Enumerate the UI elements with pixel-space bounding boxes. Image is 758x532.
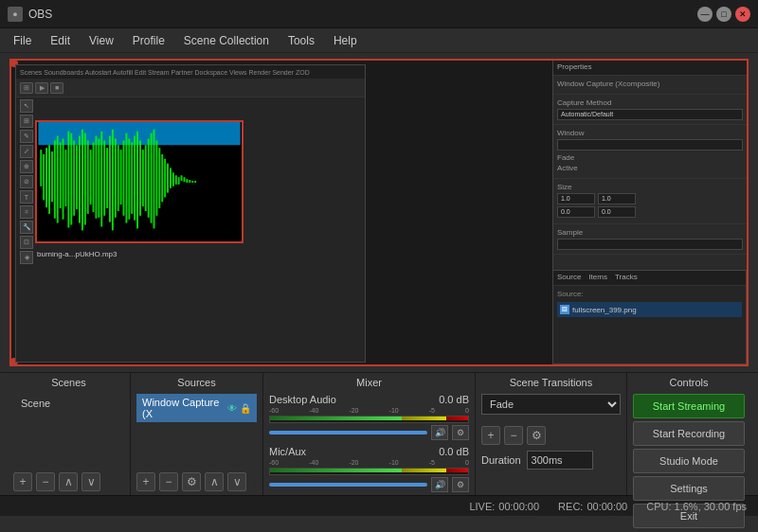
svg-rect-16: [81, 130, 83, 231]
source-down-button[interactable]: ∨: [227, 472, 246, 491]
desktop-audio-label: Desktop Audio: [269, 394, 336, 405]
preview-canvas: Scenes Soundboards Autostart Autofill Ed…: [9, 59, 749, 366]
controls-panel: Controls Start Streaming Start Recording…: [627, 373, 750, 495]
mixer-panel: Mixer Desktop Audio 0.0 dB -60-40 -20-10…: [263, 373, 476, 495]
studio-mode-button[interactable]: Studio Mode: [633, 449, 745, 473]
scene-item[interactable]: Scene: [13, 394, 124, 413]
source-add-button[interactable]: +: [136, 472, 155, 491]
svg-rect-6: [54, 140, 56, 218]
svg-rect-41: [151, 133, 153, 223]
svg-rect-35: [134, 136, 135, 221]
desktop-settings-button[interactable]: ⚙: [452, 425, 469, 440]
svg-rect-22: [98, 138, 99, 217]
source-item[interactable]: Window Capture (X 👁 🔒: [136, 394, 257, 422]
micaux-meter-scale: [270, 469, 468, 472]
svg-rect-36: [136, 132, 138, 229]
svg-rect-38: [142, 150, 144, 206]
settings-button[interactable]: Settings: [633, 476, 745, 501]
svg-rect-49: [172, 172, 174, 186]
svg-rect-17: [84, 133, 86, 225]
transition-type-select[interactable]: Fade Cut: [481, 394, 621, 415]
transition-remove-button[interactable]: −: [504, 426, 523, 445]
meter-yellow: [402, 417, 445, 420]
st2: ⊞: [20, 115, 33, 128]
source-settings-button[interactable]: ⚙: [182, 472, 201, 491]
rec-time: 00:00:00: [587, 501, 627, 512]
svg-rect-57: [194, 181, 196, 183]
svg-rect-14: [76, 145, 78, 209]
svg-rect-32: [125, 133, 127, 223]
minimize-button[interactable]: —: [697, 7, 713, 22]
micaux-settings-button[interactable]: ⚙: [452, 477, 469, 492]
close-button[interactable]: ✕: [735, 7, 750, 22]
sources-title: Sources: [136, 377, 257, 388]
micaux-label: Mic/Aux: [269, 446, 306, 457]
micaux-volume-slider[interactable]: [269, 483, 427, 487]
menu-edit[interactable]: Edit: [41, 30, 80, 51]
st7: T: [20, 190, 33, 204]
menu-file[interactable]: File: [4, 30, 41, 51]
source-up-button[interactable]: ∧: [205, 472, 224, 491]
eye-icon[interactable]: 👁: [227, 403, 237, 414]
svg-rect-31: [123, 140, 125, 215]
svg-rect-54: [186, 179, 188, 183]
menu-profile[interactable]: Profile: [123, 30, 174, 51]
desktop-volume-slider[interactable]: [269, 431, 427, 434]
transition-add-button[interactable]: +: [481, 426, 500, 445]
svg-rect-29: [117, 145, 119, 211]
desktop-mute-button[interactable]: 🔊: [431, 425, 448, 440]
duration-label: Duration: [481, 454, 521, 466]
scenes-panel: Scenes Scene + − ∧ ∨: [8, 373, 131, 495]
svg-rect-48: [170, 168, 171, 187]
svg-rect-47: [167, 164, 169, 193]
svg-rect-23: [100, 132, 102, 227]
desktop-meter: [269, 416, 469, 423]
duration-input[interactable]: 300ms: [527, 451, 593, 470]
scene-down-button[interactable]: ∨: [81, 472, 100, 491]
tb3: ■: [50, 82, 63, 94]
svg-rect-53: [184, 177, 186, 182]
desktop-meter-scale: [270, 417, 468, 420]
prop-window: Window Fade Active: [553, 125, 747, 179]
desktop-audio-header: Desktop Audio 0.0 dB: [269, 394, 469, 405]
mixer-title: Mixer: [269, 377, 469, 388]
micaux-controls: 🔊 ⚙: [269, 477, 469, 492]
scene-remove-button[interactable]: −: [36, 472, 55, 491]
menu-bar: File Edit View Profile Scene Collection …: [0, 28, 758, 53]
tb1: ⊞: [20, 82, 33, 94]
micaux-mute-button[interactable]: 🔊: [431, 477, 448, 492]
transitions-panel: Scene Transitions Fade Cut + − ⚙ Duratio…: [476, 373, 627, 495]
svg-rect-7: [57, 136, 59, 223]
svg-rect-27: [112, 130, 114, 231]
window-controls: — □ ✕: [697, 7, 750, 22]
menu-tools[interactable]: Tools: [279, 30, 324, 51]
st10: ⊡: [20, 236, 33, 249]
svg-rect-44: [158, 148, 160, 208]
menu-help[interactable]: Help: [324, 30, 367, 51]
micaux-channel: Mic/Aux 0.0 dB -60-40 -20-10 -50 🔊 ⚙: [269, 446, 469, 492]
svg-rect-46: [164, 159, 166, 198]
transition-settings-button[interactable]: ⚙: [527, 426, 546, 445]
svg-rect-55: [189, 180, 190, 183]
prop-type: Window Capture (Xcomposite): [553, 76, 747, 95]
meter-green-mic: [270, 469, 402, 472]
scene-up-button[interactable]: ∧: [59, 472, 78, 491]
menu-scene-collection[interactable]: Scene Collection: [174, 30, 279, 51]
svg-rect-52: [181, 175, 183, 181]
micaux-db: 0.0 dB: [439, 446, 469, 457]
start-recording-button[interactable]: Start Recording: [633, 421, 745, 446]
svg-rect-8: [60, 142, 62, 208]
scene-add-button[interactable]: +: [13, 472, 32, 491]
menu-view[interactable]: View: [80, 30, 123, 51]
source-remove-button[interactable]: −: [159, 472, 178, 491]
lock-icon[interactable]: 🔒: [240, 403, 251, 414]
svg-rect-26: [109, 136, 111, 222]
window-title: OBS: [28, 8, 52, 21]
start-streaming-button[interactable]: Start Streaming: [633, 394, 745, 418]
st5: ⊕: [20, 160, 33, 173]
controls-title: Controls: [633, 377, 745, 388]
micaux-meter: [269, 468, 469, 475]
prop-capture: Capture Method Automatic/Default: [553, 95, 747, 125]
source-name: Window Capture (X: [142, 397, 224, 419]
maximize-button[interactable]: □: [716, 7, 731, 22]
